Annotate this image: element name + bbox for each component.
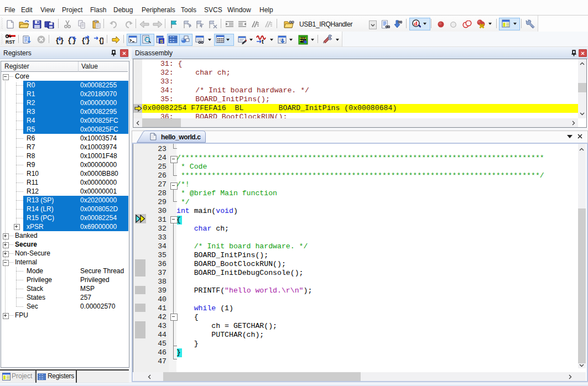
svg-text:}: } [60, 36, 64, 44]
svg-text:}: } [101, 36, 103, 44]
svg-text:{: { [67, 36, 72, 44]
svg-text:d: d [414, 20, 418, 27]
svg-text:{: { [81, 36, 86, 44]
svg-text:}: } [72, 36, 76, 44]
svg-text:RST: RST [6, 39, 15, 45]
svg-text:S: S [160, 39, 163, 44]
svg-text:{: { [55, 36, 60, 44]
svg-text:t: t [262, 38, 264, 45]
